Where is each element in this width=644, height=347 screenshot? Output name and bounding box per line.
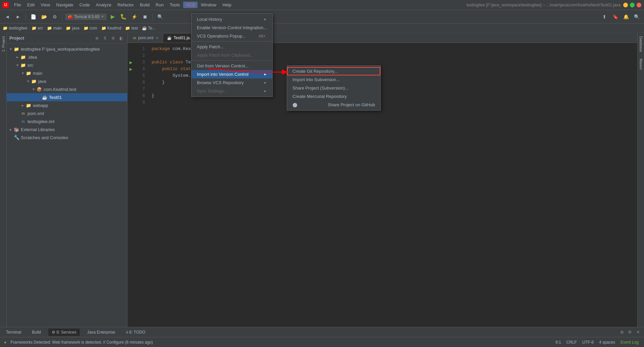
breadcrumb-java[interactable]: 📁 java [66, 26, 79, 31]
bottom-tab-build[interactable]: Build [29, 329, 44, 336]
tree-item-package[interactable]: ▼ 📦 com.Keafmd.test [7, 85, 127, 93]
vcs-menu-operations-popup[interactable]: VCS Operations Popup... Alt+` [192, 32, 272, 40]
line-num-4: 4 [134, 66, 148, 72]
tree-label-ext-libs: External Libraries [21, 127, 55, 132]
pom-tab-close[interactable]: ✕ [156, 36, 158, 40]
status-message[interactable]: Frameworks Detected: Web framework is de… [9, 340, 154, 345]
bookmark-button[interactable]: 🔖 [610, 12, 620, 21]
search-button[interactable]: 🔍 [632, 12, 641, 21]
status-utf8[interactable]: UTF-8 [581, 340, 595, 345]
tree-item-java[interactable]: ▼ 📁 java [7, 77, 127, 85]
tab-pom[interactable]: m pom.xml ✕ [129, 33, 163, 43]
status-crlf[interactable]: CRLF [565, 340, 578, 345]
breadcrumb-file[interactable]: ☕ Te... [142, 26, 156, 31]
notifications-button[interactable]: 🔔 [621, 12, 631, 21]
back-button[interactable]: ◄ [3, 12, 12, 21]
git-button[interactable]: ⬆ [600, 12, 609, 21]
gutter-4[interactable]: ▶ [127, 66, 134, 72]
tree-item-iml[interactable]: m testtogitee.iml [7, 117, 127, 125]
bottom-settings-icon[interactable]: ⚙ [627, 329, 633, 336]
status-bar: ● Frameworks Detected: Web framework is … [0, 337, 644, 347]
settings-button[interactable]: ⚙ [50, 12, 59, 21]
tree-item-pom[interactable]: m pom.xml [7, 109, 127, 117]
breadcrumb-test[interactable]: 📁 test [125, 26, 138, 31]
vcs-menu-get-from-vcs[interactable]: Get from Version Control... [192, 62, 272, 70]
tree-item-webapp[interactable]: ► 📁 webapp [7, 101, 127, 109]
folder-icon: 📁 [25, 70, 32, 76]
line-numbers: 1 2 3 4 5 6 7 8 9 [134, 43, 148, 327]
tree-item-root[interactable]: ▼ 📁 testtogitee F:\java_workspace\testto… [7, 45, 127, 53]
add-icon[interactable]: ⊕ [94, 35, 100, 42]
search-everywhere-button[interactable]: 🔍 [155, 12, 165, 21]
right-label-maven[interactable]: Maven [638, 55, 644, 73]
debug-button[interactable]: 🐛 [119, 12, 128, 21]
run-config-label: Tomcat 8.5.60 [74, 14, 99, 19]
menu-edit[interactable]: Edit [24, 2, 37, 8]
tree-item-idea[interactable]: ► 📁 .idea [7, 53, 127, 61]
vcs-sep-1 [192, 41, 272, 42]
collapse-icon[interactable]: ◧ [118, 35, 124, 42]
menu-tools[interactable]: Tools [167, 2, 182, 8]
menu-run[interactable]: Run [153, 2, 166, 8]
breadcrumb-com[interactable]: 📁 com [84, 26, 97, 31]
separator-3 [152, 13, 153, 20]
stop-button[interactable]: ⏹ [140, 12, 150, 21]
vcs-menu-local-history[interactable]: Local History ► [192, 15, 272, 23]
open-button[interactable]: 📂 [39, 12, 49, 21]
java-file-icon: ☕ [42, 94, 48, 100]
import-create-mercurial[interactable]: Create Mercurial Repository [287, 92, 380, 101]
status-position[interactable]: 9:1 [554, 340, 562, 345]
bottom-close-icon[interactable]: ✕ [635, 329, 641, 336]
bottom-tab-terminal[interactable]: Terminal [3, 329, 24, 336]
menu-analyze[interactable]: Analyze [93, 2, 114, 8]
import-share-svn[interactable]: Share Project (Subversion)... [287, 84, 380, 92]
vcs-menu-apply-patch[interactable]: Apply Patch... [192, 43, 272, 51]
tree-item-test01[interactable]: ☕ Test01 [7, 93, 127, 101]
run-button[interactable]: ▶ [108, 12, 117, 21]
import-share-github[interactable]: ⬤ Share Project on GitHub [287, 101, 380, 109]
tree-item-src[interactable]: ▼ 📁 src [7, 61, 127, 69]
menu-window[interactable]: Window [198, 2, 219, 8]
tree-item-main[interactable]: ▼ 📁 main [7, 69, 127, 77]
tree-item-ext-libs[interactable]: ► 📚 External Libraries [7, 125, 127, 133]
new-file-button[interactable]: 📄 [29, 12, 38, 21]
status-event-log[interactable]: Event Log [619, 340, 640, 345]
right-label-database[interactable]: Database [638, 33, 644, 55]
menu-navigate[interactable]: Navigate [53, 2, 76, 8]
forward-button[interactable]: ► [13, 12, 23, 21]
run-coverage-button[interactable]: ⚡ [129, 12, 139, 21]
breadcrumb-main[interactable]: 📁 main [47, 26, 62, 31]
menu-file[interactable]: File [11, 2, 24, 8]
menu-refactor[interactable]: Refactor [115, 2, 137, 8]
minimize-button[interactable] [623, 3, 628, 7]
vcs-menu-enable-vcs[interactable]: Enable Version Control Integration... [192, 23, 272, 32]
breadcrumb-src[interactable]: 📁 src [32, 26, 43, 31]
left-label-project[interactable]: 1: Project [1, 33, 6, 55]
bottom-tab-java-enterprise[interactable]: Java Enterprise [84, 329, 118, 336]
xml-file-icon: m [20, 110, 26, 116]
close-button[interactable] [637, 3, 641, 7]
line-num-7: 7 [134, 86, 148, 93]
vcs-menu-browse-vcs[interactable]: Browse VCS Repository ► [192, 78, 272, 87]
menu-view[interactable]: View [38, 2, 53, 8]
gutter-3[interactable]: ▶ [127, 59, 134, 66]
bottom-tab-services[interactable]: ⚙ 8: Services [48, 329, 80, 336]
import-create-git[interactable]: Create Git Repository... [287, 67, 380, 75]
bottom-tab-todo[interactable]: ≡ 6: TODO [122, 329, 149, 336]
vcs-menu-import-vcs[interactable]: Import into Version Control ► [192, 70, 272, 78]
run-config-selector[interactable]: 🍅 Tomcat 8.5.60 ▼ [65, 13, 107, 20]
maximize-button[interactable] [630, 3, 635, 7]
sync-icon[interactable]: ⇅ [102, 35, 108, 42]
menu-code[interactable]: Code [77, 2, 93, 8]
tree-item-scratches[interactable]: 🔧 Scratches and Consoles [7, 133, 127, 141]
import-into-svn[interactable]: Import into Subversion... [287, 75, 380, 84]
menu-help[interactable]: Help [220, 2, 234, 8]
tree-label-scratches: Scratches and Consoles [21, 135, 68, 140]
bottom-expand-icon[interactable]: ⊕ [619, 329, 625, 336]
breadcrumb-keafmd[interactable]: 📁 Keafmd [101, 26, 121, 31]
status-spaces[interactable]: 4 spaces [598, 340, 616, 345]
settings-icon[interactable]: ⚙ [110, 35, 116, 42]
menu-build[interactable]: Build [137, 2, 152, 8]
menu-vcs[interactable]: VCS [183, 2, 198, 8]
breadcrumb-project[interactable]: 📁 testtogitee [3, 26, 28, 31]
